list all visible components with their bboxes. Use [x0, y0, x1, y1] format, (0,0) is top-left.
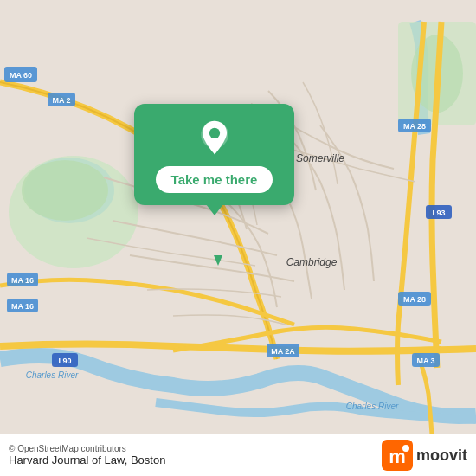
svg-text:MA 2A: MA 2A [271, 347, 295, 356]
svg-point-33 [209, 128, 219, 138]
take-me-there-button[interactable]: Take me there [156, 166, 273, 193]
moovit-logo: m moovit [382, 440, 467, 471]
svg-text:MA 16: MA 16 [11, 276, 34, 285]
osm-credit: © OpenStreetMap contributors [9, 444, 165, 453]
svg-text:MA 16: MA 16 [11, 302, 34, 311]
map-container: MA 60 MA 2 MA 16 MA 16 I 90 MA 2A MA 28 … [0, 0, 476, 476]
bottom-left-info: © OpenStreetMap contributors Harvard Jou… [9, 444, 165, 466]
moovit-icon: m [382, 440, 413, 471]
svg-text:MA 60: MA 60 [10, 71, 32, 80]
svg-text:Charles River: Charles River [346, 402, 399, 411]
svg-text:I 90: I 90 [58, 357, 71, 365]
svg-text:MA 2: MA 2 [52, 96, 70, 105]
svg-text:MA 28: MA 28 [403, 122, 426, 131]
svg-point-3 [22, 160, 108, 221]
popup-card: Take me there [134, 104, 294, 205]
svg-text:Somerville: Somerville [296, 152, 344, 164]
svg-text:Cambridge: Cambridge [286, 256, 338, 268]
bottom-bar: © OpenStreetMap contributors Harvard Jou… [0, 434, 476, 476]
svg-text:I 93: I 93 [432, 209, 445, 217]
svg-point-36 [402, 445, 409, 452]
svg-text:MA 28: MA 28 [403, 295, 426, 304]
svg-text:Charles River: Charles River [26, 370, 79, 380]
location-pin-icon [196, 119, 234, 158]
moovit-text: moovit [416, 447, 467, 465]
location-name: Harvard Journal of Law, Boston [9, 453, 165, 466]
svg-text:MA 3: MA 3 [416, 357, 434, 365]
